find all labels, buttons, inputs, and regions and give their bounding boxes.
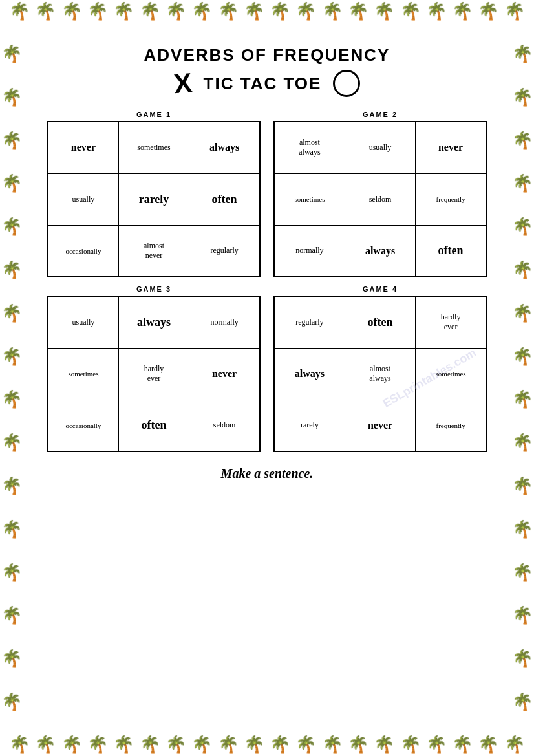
palm-bot-15: 🌴 bbox=[374, 735, 394, 755]
game2-block: GAME 2 almostalways usually never someti… bbox=[273, 111, 487, 277]
cell-g3-0-0: usually bbox=[48, 296, 118, 348]
palm-right-2: 🌴 bbox=[512, 87, 533, 107]
palm-top-8: 🌴 bbox=[191, 1, 212, 21]
subtitle: TIC TAC TOE bbox=[204, 74, 322, 94]
right-border: 🌴 🌴 🌴 🌴 🌴 🌴 🌴 🌴 🌴 🌴 🌴 🌴 🌴 🌴 🌴 🌴 bbox=[512, 32, 533, 724]
palm-left-4: 🌴 bbox=[1, 173, 22, 193]
palm-left-14: 🌴 bbox=[1, 605, 22, 625]
palm-left-13: 🌴 bbox=[1, 563, 22, 583]
palm-left-10: 🌴 bbox=[1, 433, 22, 453]
cell-g3-0-1: always bbox=[118, 296, 189, 348]
palm-bot-4: 🌴 bbox=[87, 735, 108, 755]
palm-right-9: 🌴 bbox=[512, 389, 533, 409]
bottom-border: 🌴 🌴 🌴 🌴 🌴 🌴 🌴 🌴 🌴 🌴 🌴 🌴 🌴 🌴 🌴 🌴 🌴 🌴 🌴 🌴 bbox=[0, 735, 534, 755]
game3-grid: usually always normally sometimes hardly… bbox=[47, 296, 261, 452]
page-title: ADVERBS OF FREQUENCY bbox=[144, 45, 390, 65]
palm-bot-10: 🌴 bbox=[244, 735, 264, 755]
palm-bot-6: 🌴 bbox=[140, 735, 160, 755]
table-row: normally always often bbox=[274, 225, 486, 277]
palm-right-11: 🌴 bbox=[512, 476, 533, 496]
palm-top-15: 🌴 bbox=[374, 1, 394, 21]
cell-g1-1-0: usually bbox=[48, 173, 118, 225]
palm-bot-3: 🌴 bbox=[61, 735, 82, 755]
palm-left-12: 🌴 bbox=[1, 519, 22, 539]
cell-g4-0-1: often bbox=[345, 296, 415, 348]
cell-g1-1-1: rarely bbox=[118, 173, 189, 225]
palm-top-9: 🌴 bbox=[218, 1, 239, 21]
cell-g1-2-0: occasionally bbox=[48, 225, 118, 277]
cell-g4-0-0: regularly bbox=[274, 296, 345, 348]
palm-top-2: 🌴 bbox=[35, 1, 56, 21]
top-border: 🌴 🌴 🌴 🌴 🌴 🌴 🌴 🌴 🌴 🌴 🌴 🌴 🌴 🌴 🌴 🌴 🌴 🌴 🌴 🌴 bbox=[0, 1, 534, 21]
palm-left-5: 🌴 bbox=[1, 217, 22, 237]
game1-grid: never sometimes always usually rarely of… bbox=[47, 121, 261, 277]
cell-g1-2-2: regularly bbox=[189, 225, 260, 277]
table-row: rarely never frequently bbox=[274, 400, 486, 451]
table-row: never sometimes always bbox=[48, 122, 260, 173]
cell-g1-0-1: sometimes bbox=[118, 122, 189, 173]
cell-g3-1-1: hardlyever bbox=[118, 348, 189, 400]
palm-left-6: 🌴 bbox=[1, 260, 22, 280]
main-content: ADVERBS OF FREQUENCY X TIC TAC TOE GAME … bbox=[39, 36, 495, 720]
table-row: almostalways usually never bbox=[274, 122, 486, 173]
palm-right-7: 🌴 bbox=[512, 303, 533, 323]
cell-g3-2-1: often bbox=[118, 400, 189, 451]
palm-top-3: 🌴 bbox=[61, 1, 82, 21]
cell-g2-0-1: usually bbox=[345, 122, 415, 173]
palm-left-9: 🌴 bbox=[1, 389, 22, 409]
palm-top-18: 🌴 bbox=[452, 1, 473, 21]
palm-top-10: 🌴 bbox=[244, 1, 264, 21]
palm-bot-14: 🌴 bbox=[348, 735, 368, 755]
game2-label: GAME 2 bbox=[273, 111, 487, 118]
game2-grid: almostalways usually never sometimes sel… bbox=[273, 121, 487, 277]
cell-g2-2-2: often bbox=[416, 225, 486, 277]
palm-right-3: 🌴 bbox=[512, 131, 533, 151]
palm-right-4: 🌴 bbox=[512, 173, 533, 193]
cell-g2-2-0: normally bbox=[274, 225, 345, 277]
cell-g1-0-2: always bbox=[189, 122, 260, 173]
game1-block: GAME 1 never sometimes always usually ra… bbox=[47, 111, 261, 277]
palm-bot-18: 🌴 bbox=[452, 735, 473, 755]
table-row: always almostalways sometimes bbox=[274, 348, 486, 400]
palm-right-12: 🌴 bbox=[512, 519, 533, 539]
palm-bot-12: 🌴 bbox=[295, 735, 316, 755]
subtitle-row: X TIC TAC TOE bbox=[174, 68, 361, 99]
palm-right-10: 🌴 bbox=[512, 433, 533, 453]
palm-left-3: 🌴 bbox=[1, 131, 22, 151]
games-row-1: GAME 1 never sometimes always usually ra… bbox=[39, 111, 495, 277]
palm-right-15: 🌴 bbox=[512, 649, 533, 669]
game4-grid: regularly often hardlyever always almost… bbox=[273, 296, 487, 452]
cell-g3-0-2: normally bbox=[189, 296, 260, 348]
palm-left-16: 🌴 bbox=[1, 692, 22, 712]
palm-right-6: 🌴 bbox=[512, 260, 533, 280]
cell-g2-1-2: frequently bbox=[416, 173, 486, 225]
cell-g4-2-0: rarely bbox=[274, 400, 345, 451]
palm-top-13: 🌴 bbox=[322, 1, 343, 21]
palm-top-5: 🌴 bbox=[113, 1, 134, 21]
palm-left-1: 🌴 bbox=[1, 44, 22, 64]
game3-label: GAME 3 bbox=[47, 285, 261, 293]
table-row: sometimes hardlyever never bbox=[48, 348, 260, 400]
palm-top-12: 🌴 bbox=[295, 1, 316, 21]
palm-bot-13: 🌴 bbox=[322, 735, 343, 755]
palm-bot-16: 🌴 bbox=[400, 735, 421, 755]
palm-top-16: 🌴 bbox=[400, 1, 421, 21]
table-row: usually rarely often bbox=[48, 173, 260, 225]
palm-top-19: 🌴 bbox=[478, 1, 498, 21]
palm-bot-17: 🌴 bbox=[426, 735, 447, 755]
cell-g2-1-0: sometimes bbox=[274, 173, 345, 225]
game3-block: GAME 3 usually always normally sometimes… bbox=[47, 285, 261, 452]
palm-top-4: 🌴 bbox=[87, 1, 108, 21]
cell-g2-1-1: seldom bbox=[345, 173, 415, 225]
palm-top-6: 🌴 bbox=[140, 1, 160, 21]
palm-bot-7: 🌴 bbox=[166, 735, 186, 755]
games-row-2: GAME 3 usually always normally sometimes… bbox=[39, 285, 495, 452]
palm-bot-11: 🌴 bbox=[270, 735, 290, 755]
palm-top-1: 🌴 bbox=[9, 1, 30, 21]
palm-bot-1: 🌴 bbox=[9, 735, 30, 755]
game4-label: GAME 4 bbox=[273, 285, 487, 293]
palm-top-14: 🌴 bbox=[348, 1, 368, 21]
cell-g4-0-2: hardlyever bbox=[416, 296, 486, 348]
palm-top-7: 🌴 bbox=[166, 1, 186, 21]
cell-g1-1-2: often bbox=[189, 173, 260, 225]
